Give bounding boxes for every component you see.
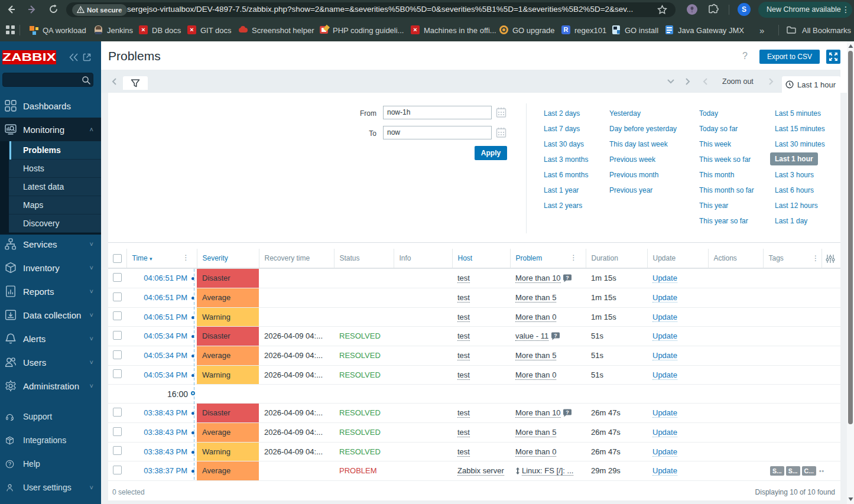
- svg-text:?: ?: [566, 409, 569, 415]
- svg-text:?: ?: [554, 333, 557, 339]
- svg-text:?: ?: [566, 275, 569, 281]
